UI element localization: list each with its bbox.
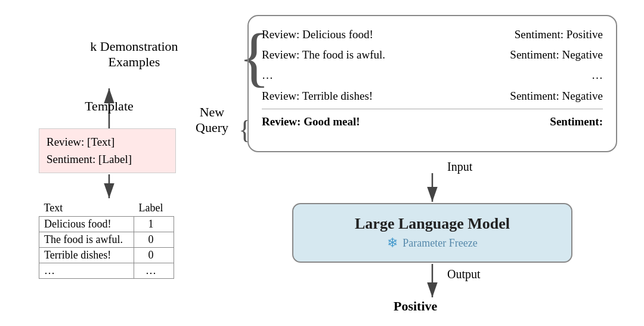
- diagram: k Demonstration Examples Template New Qu…: [0, 0, 644, 326]
- table-row: Delicious food!1: [39, 217, 174, 232]
- input-row-left: Review: Terrible dishes!: [262, 86, 373, 106]
- llm-box: Large Language Model ❄ Parameter Freeze: [292, 203, 572, 263]
- input-row-right: Sentiment: Negative: [510, 45, 603, 65]
- table-row: Terrible dishes!0: [39, 248, 174, 263]
- table-cell-text: Delicious food!: [39, 217, 134, 232]
- input-box-row: Review: The food is awful.Sentiment: Neg…: [262, 45, 603, 65]
- data-table: Text Label Delicious food!1The food is a…: [39, 200, 174, 279]
- table-row: The food is awful.0: [39, 232, 174, 248]
- table-cell-label: …: [134, 263, 174, 279]
- input-row-left: …: [262, 65, 273, 85]
- new-query-label: New Query: [187, 104, 237, 136]
- template-line1: Review: [Text]: [47, 134, 168, 151]
- input-box-row: Review: Good meal!Sentiment:: [262, 112, 603, 132]
- table-row: ……: [39, 263, 174, 279]
- col-header-text: Text: [39, 200, 134, 217]
- input-box-row: Review: Delicious food!Sentiment: Positi…: [262, 24, 603, 45]
- input-row-left: Review: Good meal!: [262, 112, 360, 132]
- table-cell-text: Terrible dishes!: [39, 248, 134, 263]
- input-row-right: …: [592, 65, 603, 85]
- llm-subtitle: ❄ Parameter Freeze: [387, 235, 477, 251]
- input-box: Review: Delicious food!Sentiment: Positi…: [247, 15, 617, 152]
- llm-subtitle-text: Parameter Freeze: [402, 237, 477, 250]
- input-row-left: Review: Delicious food!: [262, 24, 373, 45]
- input-label: Input: [447, 160, 472, 174]
- table-cell-text: The food is awful.: [39, 232, 134, 248]
- input-box-row: ……: [262, 65, 603, 85]
- input-row-right: Sentiment:: [550, 112, 603, 132]
- input-box-row: Review: Terrible dishes!Sentiment: Negat…: [262, 86, 603, 106]
- input-row-right: Sentiment: Positive: [515, 24, 603, 45]
- input-box-separator: [262, 109, 603, 109]
- llm-title: Large Language Model: [355, 215, 510, 233]
- col-header-label: Label: [134, 200, 174, 217]
- table-cell-label: 0: [134, 248, 174, 263]
- template-label: Template: [70, 99, 148, 114]
- input-row-left: Review: The food is awful.: [262, 45, 385, 65]
- table-cell-text: …: [39, 263, 134, 279]
- output-label: Output: [447, 267, 481, 281]
- template-line2: Sentiment: [Label]: [47, 151, 168, 168]
- table-cell-label: 1: [134, 217, 174, 232]
- snowflake-icon: ❄: [387, 235, 398, 251]
- output-text: Positive: [394, 299, 437, 314]
- table-cell-label: 0: [134, 232, 174, 248]
- input-row-right: Sentiment: Negative: [510, 86, 603, 106]
- k-demo-label: k Demonstration Examples: [86, 39, 182, 70]
- template-box: Review: [Text] Sentiment: [Label]: [39, 128, 176, 173]
